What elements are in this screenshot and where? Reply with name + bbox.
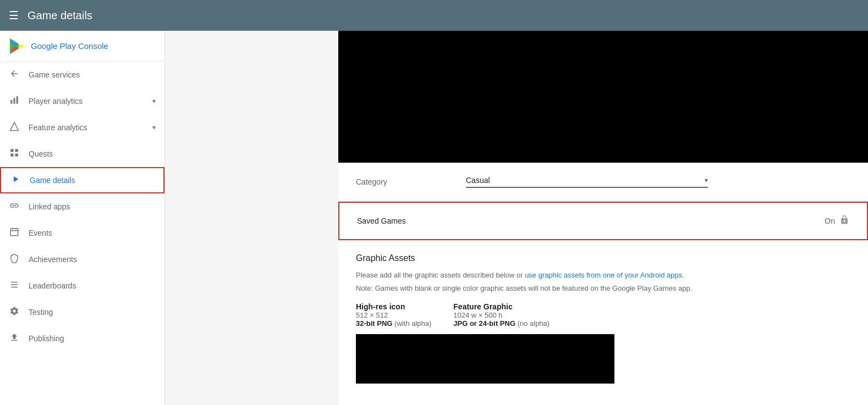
feature-graphic-format-note: (no alpha) bbox=[518, 319, 550, 328]
back-icon bbox=[9, 69, 20, 81]
leaderboards-icon bbox=[9, 280, 20, 292]
sidebar-item-player-analytics[interactable]: Player analytics ▾ bbox=[0, 88, 164, 114]
category-select[interactable]: Casual ▾ bbox=[466, 176, 708, 188]
sidebar-item-publishing[interactable]: Publishing bbox=[0, 325, 164, 352]
sidebar-label-player-analytics: Player analytics bbox=[29, 97, 152, 106]
category-row: Category Casual ▾ bbox=[338, 163, 868, 202]
lock-icon bbox=[839, 215, 849, 228]
high-res-icon-label: High-res icon bbox=[356, 302, 431, 311]
saved-games-on-text: On bbox=[825, 217, 835, 225]
svg-rect-7 bbox=[10, 149, 13, 152]
sidebar-item-feature-analytics[interactable]: Feature analytics ▾ bbox=[0, 114, 164, 141]
sidebar-label-quests: Quests bbox=[29, 149, 156, 158]
bar-chart-icon bbox=[9, 95, 20, 108]
sidebar-label-events: Events bbox=[29, 229, 156, 237]
graphic-assets-desc-text: Please add all the graphic assets descri… bbox=[356, 271, 525, 279]
page-title: Game details bbox=[28, 9, 92, 22]
sidebar-label-feature-analytics: Feature analytics bbox=[29, 123, 152, 132]
shield-icon bbox=[9, 253, 20, 266]
logo-text-accent: Console bbox=[78, 41, 108, 51]
sidebar-logo: Google Play Console bbox=[0, 31, 164, 62]
menu-icon[interactable]: ☰ bbox=[9, 9, 19, 22]
feature-graphic-format: JPG or 24-bit PNG (no alpha) bbox=[453, 319, 550, 328]
sidebar-label-linked-apps: Linked apps bbox=[29, 202, 156, 211]
sidebar-label-achievements: Achievements bbox=[29, 255, 156, 264]
svg-rect-4 bbox=[10, 100, 12, 104]
chevron-down-icon: ▾ bbox=[152, 97, 156, 105]
feature-graphic-label: Feature Graphic bbox=[453, 302, 550, 311]
content-area: Category Casual ▾ Saved Games On bbox=[165, 31, 868, 405]
feature-graphic-image bbox=[356, 334, 614, 384]
link-icon bbox=[9, 201, 20, 213]
feature-graphic-format-text: JPG or 24-bit PNG bbox=[453, 319, 515, 328]
svg-rect-10 bbox=[15, 153, 18, 156]
graphic-assets-title: Graphic Assets bbox=[356, 253, 850, 263]
logo-text: Google Play Console bbox=[31, 41, 108, 51]
triangle-icon bbox=[9, 121, 20, 134]
sidebar-item-events[interactable]: Events bbox=[0, 220, 164, 246]
play-icon bbox=[10, 174, 21, 187]
logo-text-plain: Google Play bbox=[31, 41, 78, 51]
asset-columns: High-res icon 512 × 512 32-bit PNG (with… bbox=[356, 302, 850, 328]
high-res-icon-column: High-res icon 512 × 512 32-bit PNG (with… bbox=[356, 302, 431, 328]
high-res-icon-format: 32-bit PNG (with alpha) bbox=[356, 319, 431, 328]
sidebar-label-testing: Testing bbox=[29, 308, 156, 317]
svg-rect-5 bbox=[14, 98, 15, 104]
game-screenshot-image bbox=[338, 31, 868, 163]
saved-games-row[interactable]: Saved Games On bbox=[338, 202, 868, 240]
graphic-assets-desc: Please add all the graphic assets descri… bbox=[356, 270, 850, 281]
graphic-assets-link[interactable]: use graphic assets from one of your Andr… bbox=[525, 271, 684, 279]
gear-icon bbox=[9, 306, 20, 319]
high-res-icon-size: 512 × 512 bbox=[356, 311, 431, 319]
svg-rect-11 bbox=[10, 229, 18, 236]
sidebar-item-game-details[interactable]: Game details bbox=[0, 167, 164, 193]
graphic-assets-section: Graphic Assets Please add all the graphi… bbox=[338, 240, 868, 397]
saved-games-label: Saved Games bbox=[357, 217, 825, 225]
sidebar-item-leaderboards[interactable]: Leaderboards bbox=[0, 273, 164, 299]
dropdown-arrow-icon: ▾ bbox=[705, 176, 708, 184]
sidebar-item-achievements[interactable]: Achievements bbox=[0, 246, 164, 273]
svg-rect-9 bbox=[10, 153, 13, 156]
high-res-icon-format-note: (with alpha) bbox=[394, 319, 431, 328]
content-main: Category Casual ▾ Saved Games On bbox=[338, 31, 868, 405]
upload-icon bbox=[9, 332, 20, 345]
svg-marker-1 bbox=[19, 44, 25, 48]
sidebar-item-linked-apps[interactable]: Linked apps bbox=[0, 193, 164, 220]
svg-rect-6 bbox=[17, 96, 18, 104]
feature-graphic-size: 1024 w × 500 h bbox=[453, 311, 550, 319]
sidebar-item-quests[interactable]: Quests bbox=[0, 141, 164, 167]
quests-icon bbox=[9, 148, 20, 160]
sidebar: Google Play Console Game services Player… bbox=[0, 31, 165, 405]
google-play-logo-icon bbox=[9, 37, 26, 55]
graphic-assets-note: Note: Games with blank or single color g… bbox=[356, 283, 850, 294]
chevron-down-icon-2: ▾ bbox=[152, 124, 156, 131]
main-layout: Google Play Console Game services Player… bbox=[0, 31, 868, 405]
sidebar-label-game-details: Game details bbox=[30, 176, 155, 185]
calendar-icon bbox=[9, 227, 20, 240]
high-res-icon-format-text: 32-bit PNG bbox=[356, 319, 392, 328]
sidebar-label-leaderboards: Leaderboards bbox=[29, 281, 156, 290]
saved-games-status: On bbox=[825, 215, 849, 228]
category-value-container: Casual ▾ bbox=[466, 176, 850, 188]
category-select-value: Casual bbox=[466, 176, 705, 185]
svg-rect-8 bbox=[15, 149, 18, 152]
sidebar-label-game-services: Game services bbox=[29, 70, 156, 79]
sidebar-item-testing[interactable]: Testing bbox=[0, 299, 164, 325]
top-header: ☰ Game details bbox=[0, 0, 868, 31]
sidebar-label-publishing: Publishing bbox=[29, 334, 156, 343]
content-spacer bbox=[165, 31, 338, 405]
sidebar-item-game-services[interactable]: Game services bbox=[0, 62, 164, 88]
category-label: Category bbox=[356, 177, 466, 186]
feature-graphic-column: Feature Graphic 1024 w × 500 h JPG or 24… bbox=[453, 302, 550, 328]
